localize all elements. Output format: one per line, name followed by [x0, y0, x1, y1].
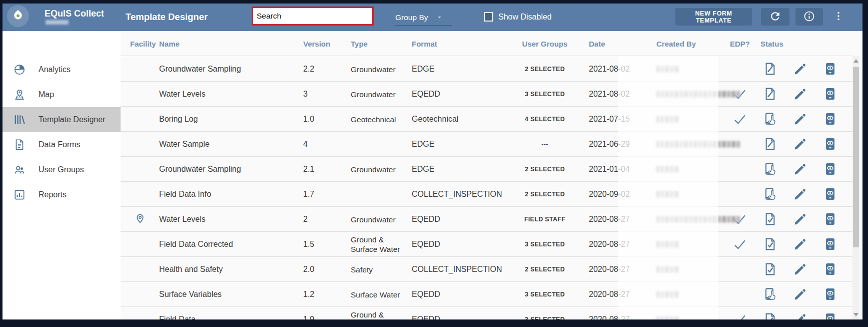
sidebar-nav: Analytics Map Template Designer Data For… — [3, 31, 121, 319]
template-format: EQEDD — [412, 90, 440, 99]
created-by-redacted — [656, 91, 740, 97]
templates-table: Facility Name Version Type Format User G… — [121, 31, 862, 319]
facility-pin-icon — [134, 313, 147, 320]
edp-check-icon — [727, 112, 753, 127]
template-date: 2021-07-15 — [589, 115, 630, 124]
info-button[interactable] — [795, 8, 823, 26]
table-header-row: Facility Name Version Type Format User G… — [121, 31, 852, 56]
document-check-icon[interactable] — [761, 210, 779, 228]
tablet-touch-icon[interactable] — [761, 185, 779, 203]
document-check-icon[interactable] — [761, 235, 779, 253]
template-version: 1.0 — [303, 115, 314, 124]
document-edit-icon[interactable] — [761, 60, 779, 78]
sidebar-item-data-forms[interactable]: Data Forms — [3, 132, 121, 157]
column-header-facility: Facility — [130, 39, 156, 48]
tablet-touch-icon[interactable] — [761, 285, 779, 303]
preview-device-icon[interactable] — [821, 110, 839, 128]
bar-chart-icon — [13, 188, 26, 201]
group-by-underline — [394, 25, 452, 26]
edit-pencil-icon[interactable] — [791, 185, 809, 203]
template-type: Ground & Surface Water — [351, 235, 413, 254]
column-header-status: Status — [760, 39, 783, 48]
tablet-touch-icon[interactable] — [761, 160, 779, 178]
created-by-redacted — [656, 141, 740, 147]
sidebar-item-template-designer[interactable]: Template Designer — [3, 107, 121, 132]
group-by-label: Group By — [395, 13, 428, 22]
created-by-redacted — [656, 166, 679, 172]
screenshot-frame: EQuIS Collect Template Designer Group By… — [0, 0, 868, 327]
earthsoft-logo-icon — [11, 8, 26, 25]
preview-device-icon[interactable] — [821, 285, 839, 303]
preview-device-icon[interactable] — [821, 310, 839, 320]
refresh-button[interactable] — [761, 8, 789, 26]
template-type: Groundwater — [351, 164, 413, 174]
template-date: 2020-08-27 — [589, 215, 630, 224]
preview-device-icon[interactable] — [821, 160, 839, 178]
column-header-date: Date — [589, 39, 605, 48]
preview-device-icon[interactable] — [821, 185, 839, 203]
show-disabled-checkbox[interactable] — [484, 12, 493, 22]
preview-device-icon[interactable] — [821, 135, 839, 153]
edit-pencil-icon[interactable] — [791, 110, 809, 128]
search-input[interactable] — [253, 8, 372, 24]
preview-device-icon[interactable] — [821, 260, 839, 278]
edit-pencil-icon[interactable] — [791, 310, 809, 320]
document-check-icon[interactable] — [761, 310, 779, 320]
edit-pencil-icon[interactable] — [791, 210, 809, 228]
facility-pin-icon — [134, 113, 147, 126]
edit-pencil-icon[interactable] — [791, 160, 809, 178]
sidebar-item-analytics[interactable]: Analytics — [3, 57, 121, 82]
preview-device-icon[interactable] — [821, 210, 839, 228]
preview-device-icon[interactable] — [821, 85, 839, 103]
user-groups-value: 4 SELECTED — [505, 116, 585, 123]
template-type: Ground & Surface Water — [351, 310, 413, 320]
app-subtitle-redacted — [46, 20, 69, 25]
equis-logo — [7, 5, 29, 27]
template-format: EDGE — [412, 65, 434, 74]
user-groups-value: --- — [505, 141, 585, 148]
created-by-redacted — [656, 266, 679, 272]
template-format: EQEDD — [412, 215, 440, 224]
user-groups-value: 2 SELECTED — [505, 66, 585, 73]
document-check-icon[interactable] — [761, 260, 779, 278]
facility-pin-icon — [134, 288, 147, 301]
document-edit-icon[interactable] — [761, 85, 779, 103]
template-version: 2.0 — [303, 265, 314, 274]
user-groups-value: 3 SELECTED — [505, 316, 585, 320]
tablet-touch-icon[interactable] — [761, 110, 779, 128]
column-header-version: Version — [303, 39, 330, 48]
vertical-scrollbar[interactable] — [852, 56, 859, 319]
scrollbar-up-arrow[interactable] — [853, 59, 858, 63]
preview-device-icon[interactable] — [821, 235, 839, 253]
library-icon — [13, 113, 26, 126]
facility-pin-icon — [134, 213, 147, 226]
new-form-template-button[interactable]: NEW FORM TEMPLATE — [675, 8, 752, 26]
sidebar-item-reports[interactable]: Reports — [3, 182, 121, 207]
edit-pencil-icon[interactable] — [791, 60, 809, 78]
edit-pencil-icon[interactable] — [791, 285, 809, 303]
template-date: 2021-06-29 — [589, 140, 630, 149]
document-edit-icon[interactable] — [761, 135, 779, 153]
edit-pencil-icon[interactable] — [791, 135, 809, 153]
sidebar-item-user-groups[interactable]: User Groups — [3, 157, 121, 182]
template-format: Geotechnical — [412, 115, 458, 124]
kebab-menu-button[interactable] — [829, 8, 847, 26]
page-title: Template Designer — [126, 12, 208, 23]
sidebar-item-map[interactable]: Map — [3, 82, 121, 107]
column-header-name: Name — [159, 39, 180, 48]
column-header-format: Format — [412, 39, 437, 48]
template-date: 2020-08-27 — [589, 315, 630, 320]
template-date: 2020-08-27 — [589, 290, 630, 299]
edp-check-icon — [727, 237, 753, 252]
template-name: Health and Safety — [159, 265, 223, 274]
preview-device-icon[interactable] — [821, 60, 839, 78]
template-type: Groundwater — [351, 89, 413, 99]
scrollbar-down-arrow[interactable] — [853, 313, 858, 316]
template-version: 2.1 — [303, 165, 314, 174]
edit-pencil-icon[interactable] — [791, 260, 809, 278]
edit-pencil-icon[interactable] — [791, 85, 809, 103]
template-date: 2020-08-27 — [589, 265, 630, 274]
scrollbar-thumb[interactable] — [853, 67, 859, 247]
edit-pencil-icon[interactable] — [791, 235, 809, 253]
group-by-dropdown[interactable]: Group By — [395, 4, 443, 31]
